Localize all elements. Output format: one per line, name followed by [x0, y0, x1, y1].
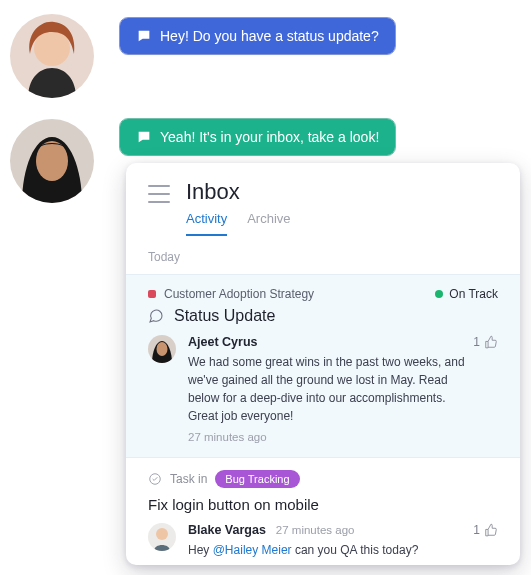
like-button[interactable]: 1: [473, 523, 498, 537]
inbox-panel: Inbox Activity Archive Today Customer Ad…: [126, 163, 520, 565]
task-title: Fix login button on mobile: [148, 496, 498, 513]
status-dot-icon: [435, 290, 443, 298]
status-badge: On Track: [435, 287, 498, 301]
like-count: 1: [473, 523, 480, 537]
hamburger-menu-icon[interactable]: [148, 185, 170, 203]
chat-icon: [136, 129, 152, 145]
like-button[interactable]: 1: [473, 335, 498, 349]
section-today: Today: [126, 236, 520, 274]
tab-activity[interactable]: Activity: [186, 211, 227, 236]
svg-point-8: [156, 528, 168, 540]
author-name: Ajeet Cyrus: [188, 335, 465, 349]
chat-text-1: Hey! Do you have a status update?: [160, 28, 379, 44]
thumbs-up-icon: [484, 335, 498, 349]
post-time: 27 minutes ago: [276, 524, 355, 536]
avatar-user-1: [10, 14, 94, 98]
inbox-title: Inbox: [186, 179, 498, 205]
post-time: 27 minutes ago: [188, 431, 465, 443]
chat-bubble-1: Hey! Do you have a status update?: [120, 18, 395, 54]
inbox-tabs: Activity Archive: [186, 211, 498, 236]
project-pill[interactable]: Bug Tracking: [215, 470, 299, 488]
chat-text-2: Yeah! It's in your inbox, take a look!: [160, 129, 379, 145]
task-check-icon: [148, 472, 162, 486]
inbox-item-task[interactable]: Task in Bug Tracking Fix login button on…: [126, 458, 520, 575]
chat-bubble-2: Yeah! It's in your inbox, take a look!: [120, 119, 395, 155]
like-count: 1: [473, 335, 480, 349]
author-name: Blake Vargas: [188, 523, 266, 537]
tab-archive[interactable]: Archive: [247, 211, 290, 236]
post-text: Hey @Hailey Meier can you QA this today?: [188, 541, 465, 559]
post-text: We had some great wins in the past two w…: [188, 353, 465, 425]
project-name: Customer Adoption Strategy: [164, 287, 314, 301]
thumbs-up-icon: [484, 523, 498, 537]
author-avatar: [148, 335, 176, 363]
project-color-dot: [148, 290, 156, 298]
svg-point-5: [157, 342, 168, 356]
svg-point-3: [36, 141, 68, 181]
status-text: On Track: [449, 287, 498, 301]
inbox-item-status-update[interactable]: Customer Adoption Strategy On Track Stat…: [126, 274, 520, 458]
mention[interactable]: @Hailey Meier: [213, 543, 292, 557]
avatar-user-2: [10, 119, 94, 203]
task-in-label: Task in: [170, 472, 207, 486]
author-avatar: [148, 523, 176, 551]
item-heading: Status Update: [174, 307, 275, 325]
chat-icon: [136, 28, 152, 44]
comment-icon: [148, 308, 164, 324]
